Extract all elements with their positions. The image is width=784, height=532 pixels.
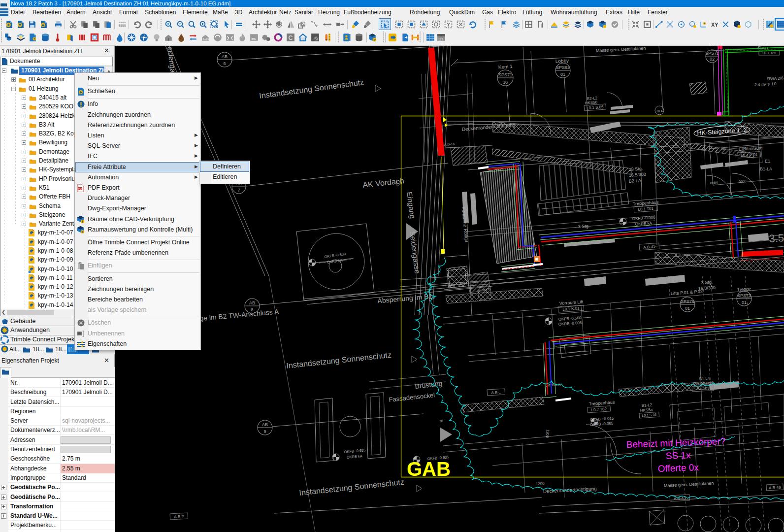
svg-text:C: C (289, 34, 293, 41)
svg-text:L0.1 .0%: L0.1 .0% (762, 51, 776, 55)
svg-text:XY: XY (711, 22, 718, 28)
svg-text:3 Stg.: 3 Stg. (701, 279, 713, 285)
svg-text:A.B-49: A.B-49 (769, 485, 781, 490)
svg-text:AB: AB (262, 422, 268, 427)
svg-text:8: 8 (251, 307, 253, 312)
svg-text:AB: AB (249, 300, 255, 305)
svg-text:3.5: 3.5 (769, 232, 784, 245)
svg-text:A.B-41: A.B-41 (643, 244, 656, 250)
svg-text:A.B-16: A.B-16 (444, 142, 455, 146)
svg-text:0084: 0084 (710, 181, 718, 185)
svg-text:Kem 1: Kem 1 (498, 64, 513, 70)
svg-text:1200: 1200 (545, 429, 550, 438)
svg-text:EnEV: EnEV (202, 38, 209, 41)
svg-text:01: 01 (560, 72, 565, 77)
svg-text:6: 6 (223, 61, 226, 66)
svg-text:SPS72: SPS72 (705, 51, 719, 56)
svg-text:SPS71: SPS71 (498, 72, 512, 77)
svg-text:SPS73: SPS73 (737, 293, 751, 298)
svg-text:0600: 0600 (739, 179, 747, 183)
svg-text:B1-LA: B1-LA (760, 166, 772, 171)
svg-text:L0.1 E.01: L0.1 E.01 (741, 152, 758, 158)
svg-text:Offerte 0x: Offerte 0x (657, 462, 699, 474)
svg-text:TKA: TKA (656, 109, 663, 113)
svg-text:123: 123 (438, 37, 444, 41)
svg-text:SPS76: SPS76 (681, 299, 694, 304)
svg-text:9: 9 (263, 429, 266, 434)
svg-text:HKS5a: HKS5a (640, 407, 653, 413)
svg-text:L.1 P.01: L.1 P.01 (696, 387, 709, 391)
svg-text:SS 1x: SS 1x (665, 450, 691, 461)
svg-text:1200: 1200 (536, 481, 545, 486)
svg-text:B2-LA: B2-LA (628, 178, 641, 184)
svg-text:E: E (439, 419, 444, 423)
svg-text:E1: E1 (765, 159, 770, 164)
svg-text:A.B-?: A.B-? (174, 514, 184, 519)
svg-text:PDF: PDF (78, 187, 83, 190)
svg-text:RWA 2/6: RWA 2/6 (767, 75, 784, 81)
svg-text:3 Stg.: 3 Stg. (578, 223, 589, 229)
svg-text:B1-L2: B1-L2 (642, 402, 653, 408)
svg-text:ies: ies (251, 37, 256, 40)
svg-text:A.B-..: A.B-.. (491, 390, 501, 395)
svg-text:01: 01 (742, 300, 747, 305)
svg-text:02: 02 (710, 57, 715, 62)
svg-text:01: 01 (685, 306, 690, 311)
svg-text:AB: AB (222, 54, 228, 59)
svg-text:GAB: GAB (407, 458, 451, 480)
svg-text:13 Stg.: 13 Stg. (628, 166, 643, 172)
svg-text:7: 7 (237, 188, 240, 193)
svg-text:SPS82: SPS82 (556, 65, 570, 70)
svg-text:36: 36 (503, 80, 508, 85)
